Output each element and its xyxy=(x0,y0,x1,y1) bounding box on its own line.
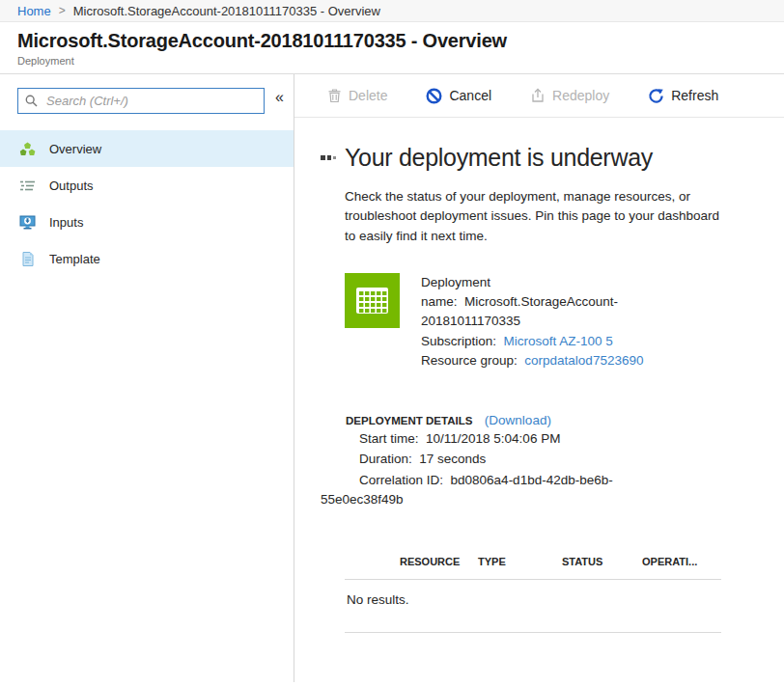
resource-group-link[interactable]: corpdatalod7523690 xyxy=(524,353,643,368)
start-time-line: Start time: 10/11/2018 5:04:06 PM xyxy=(321,429,651,449)
sidebar-item-outputs[interactable]: Outputs xyxy=(0,167,294,204)
deployment-overview-content: Your deployment is underway Check the st… xyxy=(294,118,784,633)
refresh-icon xyxy=(648,88,664,104)
refresh-button-label: Refresh xyxy=(671,88,718,103)
deployment-resource-group-line: Resource group: corpdatalod7523690 xyxy=(421,351,686,370)
main-panel: Delete Cancel xyxy=(294,74,784,682)
sidebar-item-template[interactable]: Template xyxy=(0,240,294,277)
monitor-input-icon xyxy=(19,214,36,231)
sidebar-item-label: Inputs xyxy=(49,215,83,230)
trash-icon xyxy=(327,88,342,103)
duration-value: 17 seconds xyxy=(419,452,486,466)
column-header-operation: OPERATI... xyxy=(642,556,721,567)
cancel-prohibit-icon xyxy=(426,88,442,104)
sidebar-item-label: Outputs xyxy=(49,178,94,193)
start-time-value: 10/11/2018 5:04:06 PM xyxy=(426,431,560,446)
correlation-id-line: Correlation ID: bd0806a4-d1bd-42db-be6b-… xyxy=(321,471,651,510)
deployment-status-heading: Your deployment is underway xyxy=(345,144,653,172)
redeploy-upload-icon xyxy=(530,88,546,103)
breadcrumb-current: Microsoft.StorageAccount-20181011170335 … xyxy=(73,4,380,18)
deployment-progress-icon xyxy=(321,155,336,160)
sidebar-collapse-button[interactable]: « xyxy=(273,88,286,107)
list-icon xyxy=(19,178,36,194)
redeploy-button-label: Redeploy xyxy=(552,88,609,103)
page-title: Microsoft.StorageAccount-20181011170335 … xyxy=(17,30,767,52)
table-divider-bottom xyxy=(345,632,721,633)
column-header-status: STATUS xyxy=(562,556,642,567)
page-subtitle: Deployment xyxy=(17,55,767,67)
sidebar-item-label: Overview xyxy=(49,142,101,156)
sidebar-item-label: Template xyxy=(49,252,100,266)
deployment-details-heading: DEPLOYMENT DETAILS xyxy=(346,415,472,426)
deployment-subscription-line: Subscription: Microsoft AZ-100 5 xyxy=(421,332,686,351)
resource-table-header: RESOURCE TYPE STATUS OPERATI... xyxy=(345,556,721,567)
redeploy-button[interactable]: Redeploy xyxy=(530,88,609,103)
delete-button[interactable]: Delete xyxy=(327,88,387,103)
cancel-button[interactable]: Cancel xyxy=(426,88,491,104)
deployment-info: Deployment name: Microsoft.StorageAccoun… xyxy=(421,273,686,370)
search-box xyxy=(17,88,265,114)
document-icon xyxy=(19,251,36,267)
sidebar: « Overview xyxy=(0,74,294,682)
breadcrumb: Home > Microsoft.StorageAccount-20181011… xyxy=(0,0,784,22)
delete-button-label: Delete xyxy=(349,88,387,103)
resource-table: RESOURCE TYPE STATUS OPERATI... No resul… xyxy=(345,556,721,633)
breadcrumb-separator: > xyxy=(59,4,66,17)
sidebar-item-inputs[interactable]: Inputs xyxy=(0,204,294,240)
column-header-type: TYPE xyxy=(478,556,562,567)
deployment-description: Check the status of your deployment, man… xyxy=(345,187,725,246)
download-link[interactable]: (Download) xyxy=(485,413,551,427)
toolbar: Delete Cancel xyxy=(294,74,784,118)
deployment-info-title: Deployment xyxy=(421,273,686,292)
refresh-button[interactable]: Refresh xyxy=(648,88,718,104)
resource-cluster-icon xyxy=(19,141,36,157)
cancel-button-label: Cancel xyxy=(449,88,491,103)
page-header: Microsoft.StorageAccount-20181011170335 … xyxy=(0,22,784,74)
sidebar-item-overview[interactable]: Overview xyxy=(0,130,294,167)
duration-line: Duration: 17 seconds xyxy=(321,450,651,469)
column-header-resource: RESOURCE xyxy=(400,556,478,567)
deployment-details-section: DEPLOYMENT DETAILS (Download) Start time… xyxy=(321,411,651,509)
subscription-link[interactable]: Microsoft AZ-100 5 xyxy=(504,334,613,348)
breadcrumb-home-link[interactable]: Home xyxy=(17,4,51,18)
deployment-name-line: name: Microsoft.StorageAccount-201810111… xyxy=(421,292,686,332)
search-icon xyxy=(25,95,38,107)
deployment-resource-icon xyxy=(345,273,400,328)
table-empty-message: No results. xyxy=(345,580,721,620)
search-input[interactable] xyxy=(44,93,257,109)
sidebar-nav: Overview Outputs xyxy=(0,130,294,277)
